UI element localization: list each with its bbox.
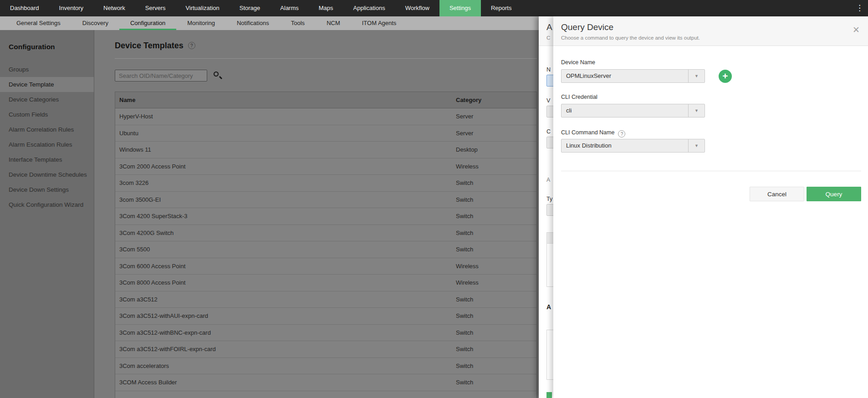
sidebar-item-device-down-settings[interactable]: Device Down Settings [0, 182, 94, 197]
sidebar-item-device-categories[interactable]: Device Categories [0, 92, 94, 107]
cell-name: Ubuntu [115, 125, 456, 142]
subnav-item-discovery[interactable]: Discovery [71, 16, 119, 30]
cell-name: 3Com 2000 Access Point [115, 158, 456, 175]
sidebar-list: GroupsDevice TemplateDevice CategoriesCu… [0, 62, 94, 212]
cell-name: Windows 11 [115, 142, 456, 158]
topnav-item-storage[interactable]: Storage [230, 0, 271, 16]
subnav-item-ncm[interactable]: NCM [316, 16, 351, 30]
cell-name: 3Com 5500 [115, 241, 456, 258]
drawer-header: Query Device Choose a command to query t… [553, 16, 868, 46]
cell-category: Desktop [456, 142, 536, 158]
table-row-windows-11[interactable]: Windows 11Desktop [115, 142, 536, 158]
table-row-3com-3500g-ei[interactable]: 3com 3500G-EISwitch [115, 192, 536, 209]
topnav-item-workflow[interactable]: Workflow [395, 0, 439, 16]
column-header-name: Name [115, 92, 456, 108]
cell-category: Switch [456, 358, 536, 374]
hidden-field-label-fragment: N [546, 66, 553, 73]
subnav-item-general-settings[interactable]: General Settings [5, 16, 71, 30]
topnav-item-maps[interactable]: Maps [309, 0, 343, 16]
sidebar-item-alarm-correlation-rules[interactable]: Alarm Correlation Rules [0, 122, 94, 137]
cli-credential-dropdown[interactable]: cli ▼ [561, 104, 705, 117]
table-row-hyperv-host[interactable]: HyperV-HostServer [115, 108, 536, 125]
topnav-item-reports[interactable]: Reports [481, 0, 522, 16]
add-device-button[interactable]: + [719, 70, 732, 83]
hidden-input-fragment[interactable] [546, 204, 553, 216]
cli-command-label-text: CLI Command Name [561, 129, 614, 136]
kebab-menu-icon[interactable]: ⋮ [851, 0, 868, 16]
search-input[interactable] [115, 70, 207, 82]
help-icon[interactable]: ? [618, 130, 625, 138]
page-title: Device Templates [115, 41, 184, 51]
top-navigation-bar: DashboardInventoryNetworkServersVirtuali… [0, 0, 868, 16]
table-row-partial[interactable] [115, 391, 536, 398]
sidebar-item-quick-configuration-wizard[interactable]: Quick Configuration Wizard [0, 197, 94, 212]
table-row-3com-2000-access-point[interactable]: 3Com 2000 Access PointWireless [115, 158, 536, 175]
subnav-item-tools[interactable]: Tools [280, 16, 316, 30]
search-icon[interactable] [213, 71, 222, 81]
hidden-field-label-fragment: C [546, 128, 553, 135]
settings-subnav: General SettingsDiscoveryConfigurationMo… [0, 16, 539, 30]
query-button[interactable]: Query [807, 187, 861, 201]
subnav-item-notifications[interactable]: Notifications [226, 16, 280, 30]
table-body: HyperV-HostServerUbuntuServerWindows 11D… [115, 108, 536, 391]
topnav-item-servers[interactable]: Servers [135, 0, 176, 16]
cell-name: HyperV-Host [115, 108, 456, 125]
table-row-3com-5500[interactable]: 3Com 5500Switch [115, 241, 536, 258]
device-name-value: OPMLinuxServer [562, 70, 705, 82]
cell-category: Switch [456, 325, 536, 341]
subnav-item-monitoring[interactable]: Monitoring [176, 16, 226, 30]
table-row-3com-a3c512-withfoirl-expn-card[interactable]: 3Com a3C512-withFOIRL-expn-cardSwitch [115, 341, 536, 358]
dimmed-page-area: Configuration GroupsDevice TemplateDevic… [0, 30, 539, 398]
hidden-panel-title-fragment: A [546, 22, 553, 32]
topnav-items: DashboardInventoryNetworkServersVirtuali… [0, 0, 521, 16]
topnav-item-applications[interactable]: Applications [343, 0, 395, 16]
cli-credential-value: cli [562, 104, 705, 117]
table-row-3com-access-builder[interactable]: 3COM Access BuilderSwitch [115, 374, 536, 391]
chevron-down-icon: ▼ [688, 104, 705, 117]
cancel-button[interactable]: Cancel [750, 187, 804, 201]
close-icon[interactable]: ✕ [853, 26, 860, 34]
table-row-3com-a3c512-withaui-expn-card[interactable]: 3Com a3C512-withAUI-expn-cardSwitch [115, 308, 536, 325]
device-name-dropdown[interactable]: OPMLinuxServer ▼ [561, 69, 705, 83]
table-row-3com-6000-access-point[interactable]: 3Com 6000 Access PointWireless [115, 258, 536, 275]
cell-category: Switch [456, 291, 536, 308]
topnav-item-dashboard[interactable]: Dashboard [0, 0, 49, 16]
device-templates-table: Name Category HyperV-HostServerUbuntuSer… [115, 92, 537, 398]
cli-command-dropdown[interactable]: Linux Distribution ▼ [561, 139, 705, 153]
hidden-panel-sliver: A C N V C A Ty A [539, 16, 553, 398]
device-name-label: Device Name [561, 59, 861, 66]
hidden-panel-green-button-fragment[interactable] [546, 392, 552, 398]
table-row-3com-4200-superstack-3[interactable]: 3Com 4200 SuperStack-3Switch [115, 208, 536, 225]
subnav-item-itom-agents[interactable]: ITOM Agents [351, 16, 408, 30]
topnav-item-network[interactable]: Network [93, 0, 135, 16]
table-row-ubuntu[interactable]: UbuntuServer [115, 125, 536, 142]
table-row-3com-3226[interactable]: 3com 3226Switch [115, 175, 536, 192]
cli-command-value: Linux Distribution [562, 139, 705, 152]
hidden-section-label-fragment: A [546, 177, 553, 183]
topnav-item-inventory[interactable]: Inventory [49, 0, 93, 16]
title-divider [115, 58, 537, 59]
sidebar-item-device-template[interactable]: Device Template [0, 77, 94, 92]
hidden-input-fragment[interactable] [546, 137, 553, 148]
table-row-3com-a3c512-withbnc-expn-card[interactable]: 3Com a3C512-withBNC-expn-cardSwitch [115, 325, 536, 342]
sidebar-item-interface-templates[interactable]: Interface Templates [0, 152, 94, 167]
cell-name: 3com 3500G-EI [115, 192, 456, 208]
table-row-3com-8000-access-point[interactable]: 3Com 8000 Access PointWireless [115, 275, 536, 291]
topnav-item-virtualization[interactable]: Virtualization [176, 0, 230, 16]
cell-category: Switch [456, 225, 536, 241]
sidebar-item-alarm-escalation-rules[interactable]: Alarm Escalation Rules [0, 137, 94, 152]
sidebar-item-device-downtime-schedules[interactable]: Device Downtime Schedules [0, 167, 94, 182]
hidden-input-fragment[interactable] [546, 106, 553, 117]
subnav-item-configuration[interactable]: Configuration [119, 16, 176, 30]
help-icon[interactable]: ? [188, 42, 195, 49]
topnav-item-settings[interactable]: Settings [439, 0, 481, 16]
topnav-item-alarms[interactable]: Alarms [270, 0, 308, 16]
topnav-spacer [521, 0, 851, 16]
sidebar-item-custom-fields[interactable]: Custom Fields [0, 107, 94, 122]
hidden-focused-input-fragment[interactable] [546, 75, 553, 87]
table-row-3com-4200g-switch[interactable]: 3Com 4200G SwitchSwitch [115, 225, 536, 242]
table-row-3com-a3c512[interactable]: 3Com a3C512Switch [115, 291, 536, 308]
table-row-3com-accelerators[interactable]: 3Com acceleratorsSwitch [115, 358, 536, 375]
cell-category: Switch [456, 241, 536, 258]
sidebar-item-groups[interactable]: Groups [0, 62, 94, 77]
